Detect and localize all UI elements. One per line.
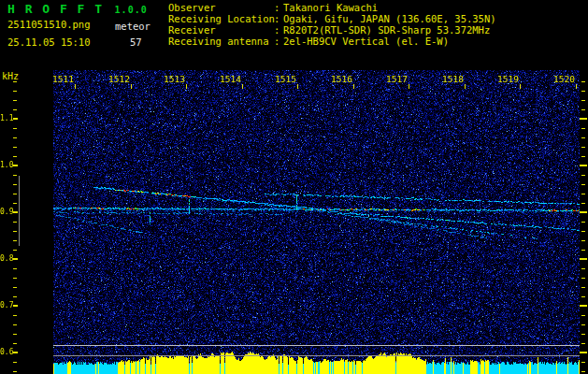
freq-minor-tick-right bbox=[581, 137, 585, 138]
freq-minor-tick bbox=[13, 250, 17, 251]
freq-minor-tick bbox=[13, 268, 17, 269]
freq-minor-tick-right bbox=[581, 109, 585, 110]
freq-major-tick bbox=[13, 118, 18, 120]
freq-minor-tick bbox=[13, 81, 17, 82]
freq-minor-tick-right bbox=[581, 371, 585, 372]
freq-axis-unit-label: kHz bbox=[2, 72, 19, 81]
mode-label: meteor bbox=[115, 22, 151, 32]
freq-minor-tick bbox=[13, 100, 17, 101]
app-version: 1.0.0 bbox=[115, 5, 148, 15]
echo-count: 57 bbox=[130, 37, 142, 48]
freq-minor-tick bbox=[13, 231, 17, 232]
observation-datetime: 25.11.05 15:10 bbox=[7, 37, 91, 48]
freq-minor-tick bbox=[13, 128, 17, 129]
freq-label: 0.8 bbox=[0, 255, 12, 263]
freq-label: 1.1 bbox=[0, 115, 12, 122]
freq-minor-tick-right bbox=[581, 184, 585, 185]
info-value: R820T2(RTL-SDR) SDR-Sharp 53.372MHz bbox=[283, 25, 490, 36]
freq-minor-tick-right bbox=[581, 91, 585, 92]
freq-minor-tick-right bbox=[581, 287, 585, 288]
freq-major-tick-right bbox=[580, 352, 587, 353]
freq-minor-tick bbox=[13, 184, 17, 185]
freq-minor-tick-right bbox=[581, 175, 585, 176]
freq-minor-tick-right bbox=[581, 268, 585, 269]
freq-minor-tick bbox=[13, 240, 17, 241]
freq-minor-tick-right bbox=[581, 156, 585, 157]
freq-minor-tick-right bbox=[581, 278, 585, 279]
hrofft-output-image: H R O F F T 1.0.0 2511051510.png meteor … bbox=[0, 0, 588, 374]
station-info-block: Observer:Takanori KawachiReceiving Locat… bbox=[168, 3, 496, 48]
freq-minor-tick bbox=[13, 203, 17, 204]
freq-minor-tick bbox=[13, 315, 17, 316]
freq-minor-tick bbox=[13, 334, 17, 335]
freq-minor-tick bbox=[13, 287, 17, 288]
app-title-row: H R O F F T 1.0.0 bbox=[7, 2, 148, 16]
detection-band-marker bbox=[19, 176, 20, 246]
spectrogram-canvas bbox=[53, 70, 580, 374]
freq-minor-tick bbox=[13, 156, 17, 157]
freq-minor-tick bbox=[13, 278, 17, 279]
freq-label: 0.6 bbox=[0, 349, 12, 356]
app-title: H R O F F T bbox=[7, 2, 104, 16]
info-separator: : bbox=[274, 36, 283, 48]
freq-minor-tick-right bbox=[581, 250, 585, 251]
freq-minor-tick bbox=[13, 296, 17, 297]
freq-major-tick bbox=[13, 305, 18, 307]
output-filename: 2511051510.png bbox=[7, 20, 91, 30]
freq-major-tick bbox=[13, 258, 18, 260]
freq-major-tick bbox=[13, 211, 18, 213]
freq-minor-tick bbox=[13, 343, 17, 344]
freq-label: 0.9 bbox=[0, 209, 12, 216]
station-info-row: Receiving antenna:2el-HB9CV Vertical (el… bbox=[168, 36, 496, 48]
freq-major-tick-right bbox=[580, 211, 587, 213]
freq-minor-tick bbox=[13, 194, 17, 194]
freq-minor-tick bbox=[13, 91, 17, 92]
freq-minor-tick-right bbox=[581, 81, 585, 82]
freq-minor-tick bbox=[13, 137, 17, 138]
freq-minor-tick-right bbox=[581, 231, 585, 232]
freq-minor-tick-right bbox=[581, 128, 585, 129]
freq-label: 0.7 bbox=[0, 302, 12, 309]
info-label: Receiver bbox=[168, 25, 274, 36]
freq-minor-tick bbox=[13, 324, 17, 325]
freq-minor-tick-right bbox=[581, 203, 585, 204]
freq-minor-tick bbox=[13, 222, 17, 223]
freq-minor-tick-right bbox=[581, 222, 585, 223]
freq-major-tick-right bbox=[580, 118, 587, 120]
freq-minor-tick-right bbox=[581, 240, 585, 241]
freq-minor-tick-right bbox=[581, 296, 585, 297]
freq-major-tick bbox=[13, 165, 18, 166]
info-value: 2el-HB9CV Vertical (el. E-W) bbox=[283, 36, 449, 48]
freq-major-tick bbox=[13, 352, 18, 353]
freq-minor-tick-right bbox=[581, 343, 585, 344]
freq-major-tick-right bbox=[580, 305, 587, 307]
freq-minor-tick bbox=[13, 147, 17, 148]
freq-minor-tick bbox=[13, 362, 17, 363]
freq-major-tick-right bbox=[580, 258, 587, 260]
info-label: Receiving antenna bbox=[168, 36, 274, 48]
freq-minor-tick bbox=[13, 109, 17, 110]
threshold-line-lower bbox=[53, 355, 580, 356]
info-separator: : bbox=[274, 25, 283, 36]
freq-minor-tick-right bbox=[581, 194, 585, 194]
freq-minor-tick-right bbox=[581, 324, 585, 325]
threshold-line-upper bbox=[53, 345, 580, 346]
freq-minor-tick-right bbox=[581, 100, 585, 101]
freq-minor-tick bbox=[13, 175, 17, 176]
freq-major-tick-right bbox=[580, 165, 587, 166]
freq-minor-tick-right bbox=[581, 147, 585, 148]
freq-minor-tick-right bbox=[581, 334, 585, 335]
freq-minor-tick-right bbox=[581, 362, 585, 363]
station-info-row: Receiver:R820T2(RTL-SDR) SDR-Sharp 53.37… bbox=[168, 25, 496, 36]
freq-minor-tick-right bbox=[581, 315, 585, 316]
freq-label: 1.0 bbox=[0, 162, 12, 169]
freq-minor-tick bbox=[13, 371, 17, 372]
